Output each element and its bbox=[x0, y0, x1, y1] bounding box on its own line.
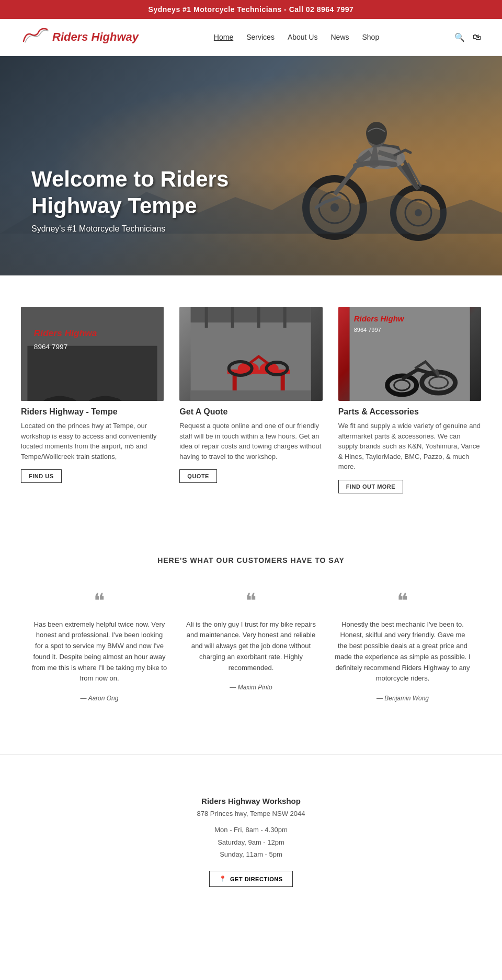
svg-line-16 bbox=[53, 364, 64, 388]
header-icons: 🔍 🛍 bbox=[454, 32, 481, 42]
testimonials-section: HERE'S WHAT OUR CUSTOMERS HAVE TO SAY ❝ … bbox=[0, 525, 502, 734]
search-icon: 🔍 bbox=[454, 33, 465, 42]
nav-services[interactable]: Services bbox=[246, 33, 275, 41]
nav-home[interactable]: Home bbox=[214, 33, 233, 41]
cards-section: Riders Highwa 8964 7997 Riders Highway -… bbox=[0, 275, 502, 525]
footer: Riders Highway Workshop 878 Princes hwy,… bbox=[0, 754, 502, 908]
card-quote: Get A Quote Request a quote online and o… bbox=[179, 307, 322, 493]
card-parts: Riders Highw 8964 7997 Parts & Accessori… bbox=[338, 307, 481, 493]
top-banner: Sydneys #1 Motorcycle Technicians - Call… bbox=[0, 0, 502, 19]
testimonial-text-1: Has been extremely helpful twice now. Ve… bbox=[31, 619, 167, 685]
logo-icon bbox=[21, 27, 50, 48]
cart-button[interactable]: 🛍 bbox=[473, 32, 481, 42]
footer-hours: Mon - Fri, 8am - 4.30pm Saturday, 9am - … bbox=[21, 824, 481, 860]
svg-rect-22 bbox=[121, 349, 147, 393]
nav-about[interactable]: About Us bbox=[288, 33, 318, 41]
testimonial-author-3: — Benjamin Wong bbox=[335, 695, 471, 702]
svg-point-19 bbox=[99, 388, 112, 395]
card-parts-image: Riders Highw 8964 7997 bbox=[338, 307, 481, 401]
svg-point-14 bbox=[49, 383, 78, 400]
testimonial-1: ❝ Has been extremely helpful twice now. … bbox=[31, 591, 167, 702]
quote-button[interactable]: QUOTE bbox=[179, 469, 217, 483]
hero-title: Welcome to Riders Highway Tempe bbox=[31, 166, 282, 219]
card-quote-image bbox=[179, 307, 322, 401]
header: Riders Highway Home Services About Us Ne… bbox=[0, 19, 502, 56]
testimonials-grid: ❝ Has been extremely helpful twice now. … bbox=[21, 591, 481, 702]
card-location-title: Riders Highway - Tempe bbox=[21, 407, 164, 417]
svg-line-21 bbox=[106, 367, 115, 389]
testimonial-3: ❝ Honestly the best mechanic I've been t… bbox=[335, 591, 471, 702]
find-out-more-button[interactable]: FIND OUT MORE bbox=[338, 480, 404, 493]
svg-rect-25 bbox=[191, 307, 311, 322]
footer-hours-weekday: Mon - Fri, 8am - 4.30pm bbox=[21, 824, 481, 836]
card-location-image: Riders Highwa 8964 7997 bbox=[21, 307, 164, 401]
card-quote-text: Request a quote online and one of our fr… bbox=[179, 421, 322, 462]
get-directions-label: GET DIRECTIONS bbox=[230, 876, 283, 882]
nav-shop[interactable]: Shop bbox=[362, 33, 380, 41]
footer-address: 878 Princes hwy, Tempe NSW 2044 bbox=[21, 810, 481, 817]
testimonial-2: ❝ Ali is the only guy I trust for my bik… bbox=[183, 591, 319, 702]
testimonial-author-1: — Aaron Ong bbox=[31, 695, 167, 702]
svg-line-17 bbox=[64, 364, 74, 388]
search-button[interactable]: 🔍 bbox=[454, 32, 465, 42]
hero-section: Welcome to Riders Highway Tempe Sydney's… bbox=[0, 56, 502, 275]
logo[interactable]: Riders Highway bbox=[21, 27, 139, 48]
card-parts-title: Parts & Accessories bbox=[338, 407, 481, 417]
banner-text: Sydneys #1 Motorcycle Technicians - Call… bbox=[149, 5, 354, 14]
logo-text: Riders Highway bbox=[52, 31, 139, 43]
testimonials-title: HERE'S WHAT OUR CUSTOMERS HAVE TO SAY bbox=[21, 556, 481, 564]
cart-icon: 🛍 bbox=[473, 32, 481, 41]
svg-rect-9 bbox=[32, 307, 153, 401]
testimonial-author-2: — Maxim Pinto bbox=[183, 684, 319, 691]
svg-rect-13 bbox=[32, 341, 153, 401]
find-us-button[interactable]: FIND US bbox=[21, 469, 62, 483]
card-location-text: Located on the princes hwy at Tempe, our… bbox=[21, 421, 164, 462]
svg-rect-37 bbox=[191, 390, 311, 401]
card-quote-title: Get A Quote bbox=[179, 407, 322, 417]
hero-content: Welcome to Riders Highway Tempe Sydney's… bbox=[31, 166, 282, 234]
svg-rect-23 bbox=[124, 351, 145, 390]
card-parts-text: We fit and supply a wide variety of genu… bbox=[338, 421, 481, 472]
svg-rect-10 bbox=[32, 307, 153, 341]
quote-mark-1: ❝ bbox=[31, 591, 167, 612]
footer-business-name: Riders Highway Workshop bbox=[21, 797, 481, 805]
svg-point-18 bbox=[92, 384, 119, 399]
footer-hours-saturday: Saturday, 9am - 12pm bbox=[21, 836, 481, 848]
svg-point-8 bbox=[366, 122, 387, 145]
svg-text:Riders Highw: Riders Highw bbox=[353, 314, 404, 323]
svg-text:8964 7997: 8964 7997 bbox=[39, 328, 71, 336]
footer-hours-sunday: Sunday, 11am - 5pm bbox=[21, 848, 481, 860]
hero-subtitle: Sydney's #1 Motorcycle Technicians bbox=[31, 224, 282, 234]
testimonial-text-3: Honestly the best mechanic I've been to.… bbox=[335, 619, 471, 685]
main-nav: Home Services About Us News Shop bbox=[214, 33, 379, 41]
svg-line-20 bbox=[96, 367, 106, 389]
svg-text:8964 7997: 8964 7997 bbox=[353, 327, 381, 333]
location-icon: 📍 bbox=[219, 875, 227, 882]
svg-point-15 bbox=[56, 387, 72, 396]
nav-news[interactable]: News bbox=[330, 33, 349, 41]
svg-text:Riders Highwa: Riders Highwa bbox=[39, 314, 104, 325]
spacer bbox=[0, 733, 502, 754]
testimonial-text-2: Ali is the only guy I trust for my bike … bbox=[183, 619, 319, 674]
quote-mark-2: ❝ bbox=[183, 591, 319, 612]
get-directions-button[interactable]: 📍 GET DIRECTIONS bbox=[209, 871, 292, 887]
card-location: Riders Highwa 8964 7997 Riders Highway -… bbox=[21, 307, 164, 493]
quote-mark-3: ❝ bbox=[335, 591, 471, 612]
